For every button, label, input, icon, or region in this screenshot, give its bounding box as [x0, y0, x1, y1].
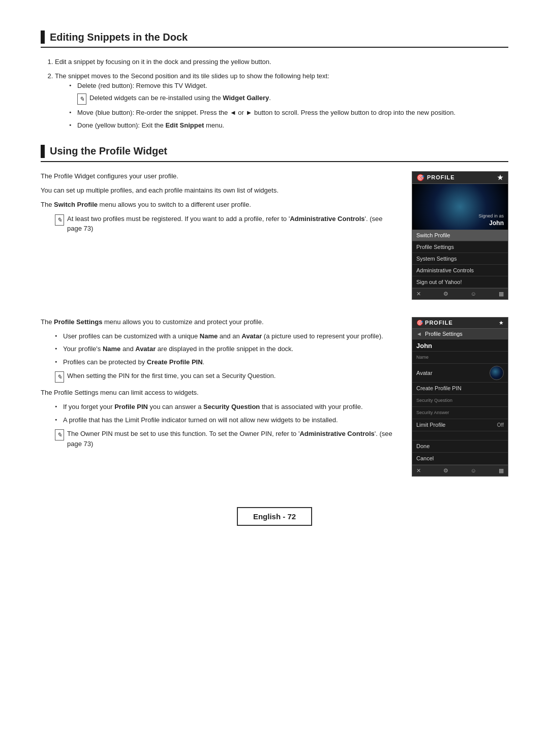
widget2-footer: ✕ ⚙ ☺ ▦ [412, 465, 508, 476]
widget2-security-q-label: Security Question [412, 395, 508, 407]
note3-line: ✎ The Owner PIN must be set to use this … [55, 429, 396, 449]
profile-icon-1: 🎯 [416, 174, 425, 181]
widget1-globe: Signed in as John [412, 184, 508, 230]
widget2-header: 🎯 PROFILE ★ [412, 318, 508, 329]
section1: Editing Snippets in the Dock Edit a snip… [41, 30, 508, 131]
widget2-spacer [412, 431, 508, 440]
widget-box-2: 🎯 PROFILE ★ ◄ Profile Settings John Name [412, 317, 508, 477]
widget1-menu: Switch Profile Profile Settings System S… [412, 230, 508, 288]
section2-lower: The Profile Settings menu allows you to … [41, 317, 508, 477]
bullet-done: Done (yellow button): Exit the Edit Snip… [69, 120, 508, 131]
widget1-footer: ✕ ⚙ ☺ ▦ [412, 288, 508, 299]
section2-widget-col: 🎯 PROFILE ★ ◄ Profile Settings John Name [412, 317, 508, 477]
widget2-username: John [412, 339, 508, 352]
profile-widget-1: 🎯 PROFILE ★ Signed in as John Switch Pro… [412, 171, 508, 309]
note1-icon: ✎ [55, 214, 64, 226]
bullet2-2: Your profile's Name and Avatar are displ… [55, 344, 396, 354]
note-delete-text: Deleted widgets can be re-installed usin… [89, 93, 271, 103]
menu-profile-settings[interactable]: Profile Settings [412, 241, 508, 253]
profile-icon-2: 🎯 [416, 320, 423, 326]
widget2-security-a-label: Security Answer [412, 407, 508, 419]
step2-bullets: Delete (red button): Remove this TV Widg… [69, 81, 508, 131]
widget1-header: 🎯 PROFILE ★ [412, 172, 508, 184]
footer2-x-icon: ✕ [416, 467, 421, 474]
widget2-avatar-row: Avatar [412, 364, 508, 383]
bullet-move: Move (blue button): Re-order the snippet… [69, 108, 508, 118]
widget2-nav-row: ◄ Profile Settings [412, 329, 508, 339]
footer-grid-icon: ▦ [499, 291, 504, 297]
steps-list: Edit a snippet by focusing on it in the … [55, 57, 508, 131]
page-footer: English - 72 [41, 507, 508, 526]
step-2: The snippet moves to the Second position… [55, 71, 508, 131]
heading-bar2 [41, 145, 45, 158]
footer-gear-icon: ⚙ [443, 291, 448, 297]
note3-icon: ✎ [55, 429, 64, 440]
widget1-user-info: Signed in as John [478, 213, 504, 227]
widget-box-1: 🎯 PROFILE ★ Signed in as John Switch Pro… [412, 171, 508, 300]
note2-icon: ✎ [55, 371, 64, 383]
heading-bar [41, 30, 45, 44]
menu-system-settings[interactable]: System Settings [412, 253, 508, 265]
star-icon-2: ★ [499, 320, 504, 326]
menu-switch-profile[interactable]: Switch Profile [412, 230, 508, 241]
profile-section-top: The Profile Widget configures your user … [41, 171, 508, 309]
widget2-done[interactable]: Done [412, 440, 508, 453]
para2: You can set up multiple profiles, and ea… [41, 185, 396, 196]
bullet3-1: If you forget your Profile PIN you can a… [55, 402, 396, 412]
section1-heading: Editing Snippets in the Dock [41, 30, 508, 48]
section2: Using the Profile Widget The Profile Wid… [41, 145, 508, 477]
widget1-title: 🎯 PROFILE [416, 174, 455, 181]
section2-text-left: The Profile Settings menu allows you to … [41, 317, 396, 477]
para-limit: The Profile Settings menu can limit acce… [41, 388, 396, 398]
para-settings: The Profile Settings menu allows you to … [41, 317, 396, 327]
star-icon-1: ★ [497, 174, 504, 181]
widget2-title: 🎯 PROFILE [416, 320, 453, 326]
footer2-face-icon: ☺ [471, 467, 476, 474]
note-icon: ✎ [77, 93, 86, 105]
footer2-gear-icon: ⚙ [443, 467, 448, 474]
note1-text: At least two profiles must be registered… [67, 214, 396, 234]
footer-x-icon: ✕ [416, 291, 421, 297]
footer2-grid-icon: ▦ [499, 467, 504, 474]
footer-face-icon: ☺ [471, 291, 476, 297]
profile-text-left: The Profile Widget configures your user … [41, 171, 396, 309]
widget2-cancel[interactable]: Cancel [412, 453, 508, 465]
bullets3: If you forget your Profile PIN you can a… [55, 402, 396, 425]
bullet2-1: User profiles can be customized with a u… [55, 331, 396, 341]
bullets2: User profiles can be customized with a u… [55, 331, 396, 367]
para3: The Switch Profile menu allows you to sw… [41, 200, 396, 210]
note1-line: ✎ At least two profiles must be register… [55, 214, 396, 234]
bullet3-2: A profile that has the Limit Profile ind… [55, 415, 396, 425]
menu-admin-controls[interactable]: Administrative Controls [412, 265, 508, 276]
widget2-name-label: Name [412, 352, 508, 364]
page-number-badge: English - 72 [237, 507, 312, 526]
note3-text: The Owner PIN must be set to use this fu… [67, 429, 396, 449]
bullet-delete: Delete (red button): Remove this TV Widg… [69, 81, 508, 105]
para1: The Profile Widget configures your user … [41, 171, 396, 181]
menu-sign-out[interactable]: Sign out of Yahoo! [412, 276, 508, 288]
note2-line: ✎ When setting the PIN for the first tim… [55, 371, 396, 383]
bullet2-3: Profiles can be protected by Create Prof… [55, 357, 396, 367]
step-1: Edit a snippet by focusing on it in the … [55, 57, 508, 67]
note2-text: When setting the PIN for the first time,… [67, 371, 276, 381]
back-arrow-icon: ◄ [416, 331, 422, 337]
widget2-create-pin: Create Profile PIN [412, 383, 508, 395]
widget2-limit-profile: Limit Profile Off [412, 419, 508, 431]
section2-heading: Using the Profile Widget [41, 145, 508, 162]
avatar-globe-icon [490, 366, 504, 380]
